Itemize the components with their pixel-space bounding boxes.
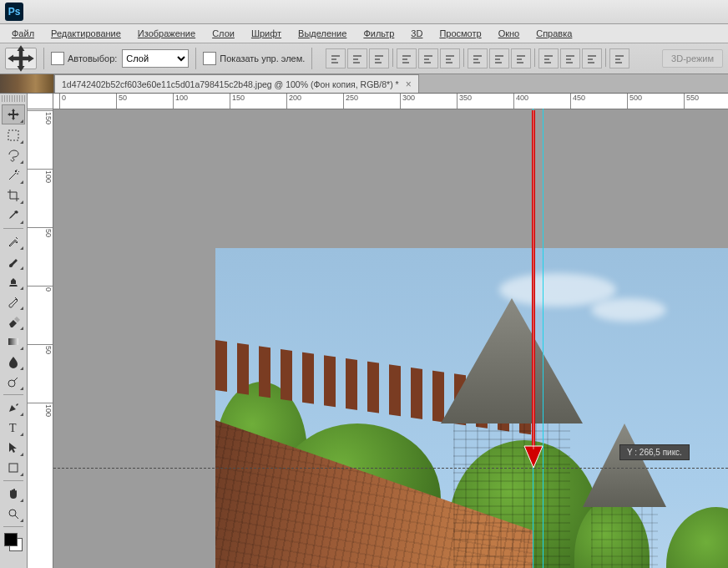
menu-filter[interactable]: Фильтр: [355, 26, 402, 41]
svg-rect-43: [9, 464, 18, 472]
svg-rect-1: [331, 58, 336, 60]
svg-rect-15: [446, 55, 454, 57]
menu-type[interactable]: Шрифт: [243, 26, 290, 41]
dist-bottom-icon: [515, 53, 527, 64]
auto-select-value[interactable]: Слой: [122, 49, 189, 68]
svg-rect-4: [353, 58, 358, 60]
menu-view[interactable]: Просмотр: [431, 26, 489, 41]
svg-rect-8: [375, 62, 382, 63]
svg-point-44: [9, 510, 16, 516]
move-tool[interactable]: [2, 104, 25, 124]
auto-align-button[interactable]: [609, 48, 629, 68]
work-area: T 15010050050100 05010015020025030035040…: [0, 94, 728, 568]
menu-window[interactable]: Окно: [490, 26, 528, 41]
magic-wand-tool[interactable]: [3, 166, 24, 185]
color-swatches[interactable]: [4, 533, 23, 551]
dist-right-button[interactable]: [582, 48, 602, 68]
svg-rect-21: [495, 55, 503, 57]
marquee-tool[interactable]: [3, 126, 24, 145]
align-top-icon: [330, 53, 341, 64]
ruler-tick: 200: [286, 94, 301, 109]
auto-select-dropdown[interactable]: Слой: [122, 49, 189, 68]
healing-brush-tool[interactable]: [3, 232, 24, 251]
svg-point-41: [8, 380, 15, 387]
pen-tool[interactable]: [3, 398, 24, 417]
type-tool[interactable]: T: [3, 418, 24, 437]
align-left-button[interactable]: [397, 48, 417, 68]
horizontal-ruler[interactable]: 050100150200250300350400450500550: [53, 94, 728, 109]
ruler-tick: 100: [28, 403, 53, 446]
document-tab[interactable]: 1d4742402b52cf603e60e11c5d01a798415c2b48…: [54, 74, 419, 93]
shape-tool[interactable]: [3, 459, 24, 477]
annotation-arrow: [519, 109, 548, 469]
vertical-ruler[interactable]: 15010050050100: [28, 94, 53, 568]
menu-image[interactable]: Изображение: [129, 26, 204, 41]
canvas-area[interactable]: 050100150200250300350400450500550: [53, 94, 728, 568]
svg-rect-33: [588, 55, 596, 57]
hand-tool[interactable]: [3, 484, 24, 503]
svg-rect-10: [402, 58, 407, 60]
menu-select[interactable]: Выделение: [290, 26, 355, 41]
align-right-button[interactable]: [440, 48, 460, 68]
checkbox-icon: [203, 52, 216, 65]
options-bar: Автовыбор: Слой Показать упр. элем. 3D-р…: [0, 43, 728, 74]
document-image[interactable]: [215, 248, 728, 568]
ruler-origin[interactable]: [28, 94, 53, 109]
dist-hcenter-button[interactable]: [560, 48, 580, 68]
svg-rect-20: [473, 62, 480, 63]
auto-select-checkbox[interactable]: Автовыбор:: [51, 52, 117, 65]
auto-select-label: Автовыбор:: [68, 53, 117, 63]
mode-3d-button[interactable]: 3D-режим: [662, 49, 723, 68]
align-bottom-button[interactable]: [369, 48, 389, 68]
menu-edit[interactable]: Редактирование: [43, 26, 129, 41]
clone-stamp-tool[interactable]: [3, 272, 24, 291]
ruler-tick: 400: [513, 94, 528, 109]
blur-tool[interactable]: [3, 352, 24, 371]
checkbox-icon: [51, 52, 64, 65]
svg-rect-32: [566, 62, 573, 63]
close-tab-icon[interactable]: ×: [406, 79, 412, 90]
guide-tooltip: Y : 266,5 пикс.: [619, 444, 690, 460]
menu-3d[interactable]: 3D: [402, 26, 431, 41]
svg-rect-9: [402, 55, 411, 57]
align-button-group: [326, 48, 629, 68]
zoom-tool[interactable]: [3, 505, 24, 523]
dodge-tool[interactable]: [3, 373, 24, 391]
menu-file[interactable]: Файл: [3, 26, 43, 41]
dist-left-button[interactable]: [538, 48, 559, 68]
gradient-tool[interactable]: [3, 332, 24, 351]
dist-hcenter-icon: [564, 53, 576, 64]
show-transform-checkbox[interactable]: Показать упр. элем.: [203, 52, 305, 65]
horizontal-guide-dragging[interactable]: [53, 468, 728, 469]
dist-right-icon: [586, 53, 598, 64]
document-tab-row: 1d4742402b52cf603e60e11c5d01a798415c2b48…: [0, 74, 728, 94]
menu-layer[interactable]: Слои: [204, 26, 243, 41]
crop-tool[interactable]: [3, 186, 24, 205]
dist-bottom-button[interactable]: [511, 48, 531, 68]
panel-grip[interactable]: [2, 95, 25, 102]
dist-vcenter-button[interactable]: [489, 48, 509, 68]
current-tool-indicator[interactable]: [5, 48, 37, 69]
cloud: [591, 298, 666, 322]
align-top-button[interactable]: [326, 48, 346, 68]
menu-bar: Файл Редактирование Изображение Слои Шри…: [0, 24, 728, 43]
eyedropper-tool[interactable]: [3, 206, 24, 225]
align-vcenter-button[interactable]: [347, 48, 367, 68]
svg-rect-27: [544, 55, 553, 57]
eraser-tool[interactable]: [3, 312, 24, 331]
brush-tool[interactable]: [3, 252, 24, 271]
path-select-tool[interactable]: [3, 439, 24, 457]
svg-rect-38: [615, 62, 622, 63]
history-brush-tool[interactable]: [3, 292, 24, 311]
align-hcenter-button[interactable]: [418, 48, 438, 68]
dist-top-button[interactable]: [468, 48, 488, 68]
foreground-color-swatch[interactable]: [4, 533, 18, 546]
ruler-tick: 550: [684, 94, 699, 109]
dist-top-icon: [472, 53, 483, 64]
title-bar: Ps: [0, 0, 728, 24]
separator: [3, 480, 23, 481]
ruler-tick: 50: [28, 227, 53, 271]
svg-rect-34: [588, 58, 593, 60]
lasso-tool[interactable]: [3, 146, 24, 165]
menu-help[interactable]: Справка: [528, 26, 580, 41]
